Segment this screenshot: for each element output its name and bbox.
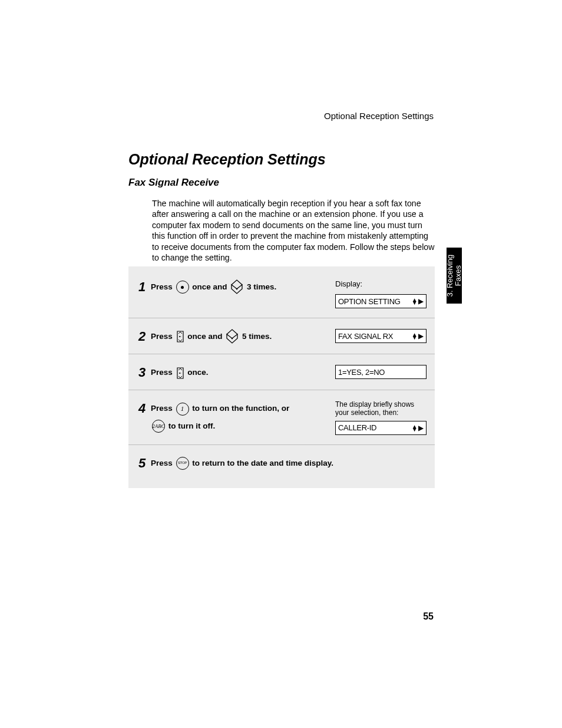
text: Press xyxy=(151,282,175,291)
text: Press xyxy=(151,368,175,377)
text: Press xyxy=(151,459,175,467)
step-display-col: FAX SIGNAL RX ▲▼▶ xyxy=(335,329,427,343)
lcd-text: CALLER-ID xyxy=(338,423,376,432)
text: 3 times. xyxy=(247,282,276,291)
step-number: 4 xyxy=(133,401,151,415)
rocker-down-icon xyxy=(226,329,239,344)
lcd-text: 1=YES, 2=NO xyxy=(338,368,385,377)
step-display-col: The display briefly shows your selection… xyxy=(335,401,427,435)
text: Press xyxy=(151,332,175,341)
step-row-3: 3 Press once. 1=YES, 2=NO xyxy=(128,354,435,386)
step-number: 1 xyxy=(133,279,151,294)
text: once and xyxy=(192,282,229,291)
step-display-col: 1=YES, 2=NO xyxy=(335,365,427,379)
text: once and xyxy=(187,332,224,341)
step-text: Press 1 to turn on the function, or 2ABC… xyxy=(151,401,335,433)
nav-arrows-icon: ▲▼▶ xyxy=(412,424,424,432)
lcd-display: FAX SIGNAL RX ▲▼▶ xyxy=(335,329,427,343)
tab-line2: Faxes xyxy=(454,265,462,286)
stop-button-icon: STOP xyxy=(176,457,189,470)
step-text: Press once and 3 times. xyxy=(151,279,335,295)
section-subtitle: Fax Signal Receive xyxy=(128,177,219,189)
step-display-col: Display: OPTION SETTING ▲▼▶ xyxy=(335,279,427,308)
step-number: 5 xyxy=(133,456,151,470)
step-row-2: 2 Press once and 5 times. FAX SIGNAL RX … xyxy=(128,318,435,350)
right-paddle-icon xyxy=(176,367,184,380)
step-row-1: 1 Press once and 3 times. Display: OPTIO… xyxy=(128,274,435,314)
lcd-text: FAX SIGNAL RX xyxy=(338,332,393,341)
function-button-icon xyxy=(176,281,189,294)
right-paddle-icon xyxy=(176,330,184,343)
text: to turn on the function, or xyxy=(192,404,289,413)
page-number: 55 xyxy=(423,611,434,622)
step-text: Press STOP to return to the date and tim… xyxy=(151,456,335,471)
text: Press xyxy=(151,404,175,413)
step-row-4: 4 Press 1 to turn on the function, or 2A… xyxy=(128,390,435,441)
lcd-display: 1=YES, 2=NO xyxy=(335,365,427,379)
lcd-display: OPTION SETTING ▲▼▶ xyxy=(335,294,427,308)
chapter-thumb-tab: 3. Receiving Faxes xyxy=(447,248,462,304)
lcd-text: OPTION SETTING xyxy=(338,297,401,306)
keypad-1-icon: 1 xyxy=(176,403,189,416)
step-number: 3 xyxy=(133,365,151,379)
lcd-display: CALLER-ID ▲▼▶ xyxy=(335,421,427,435)
nav-arrows-icon: ▲▼▶ xyxy=(412,332,424,340)
page-title: Optional Reception Settings xyxy=(128,151,326,168)
display-label: Display: xyxy=(335,279,427,288)
text: 5 times. xyxy=(242,332,272,341)
step-row-5: 5 Press STOP to return to the date and t… xyxy=(128,444,435,477)
nav-arrows-icon: ▲▼▶ xyxy=(412,297,424,305)
display-note: The display briefly shows your selection… xyxy=(335,401,427,417)
keypad-2-icon: 2ABC xyxy=(152,420,165,433)
running-header: Optional Reception Settings xyxy=(324,111,434,121)
step-text: Press once. xyxy=(151,365,335,380)
text: to turn it off. xyxy=(168,421,215,430)
rocker-down-icon xyxy=(230,279,243,295)
text: to return to the date and time display. xyxy=(192,459,333,467)
text: once. xyxy=(187,368,208,377)
steps-panel: 1 Press once and 3 times. Display: OPTIO… xyxy=(128,266,435,488)
intro-paragraph: The machine will automatically begin rec… xyxy=(152,198,435,263)
step-number: 2 xyxy=(133,329,151,343)
step-text: Press once and 5 times. xyxy=(151,329,335,344)
